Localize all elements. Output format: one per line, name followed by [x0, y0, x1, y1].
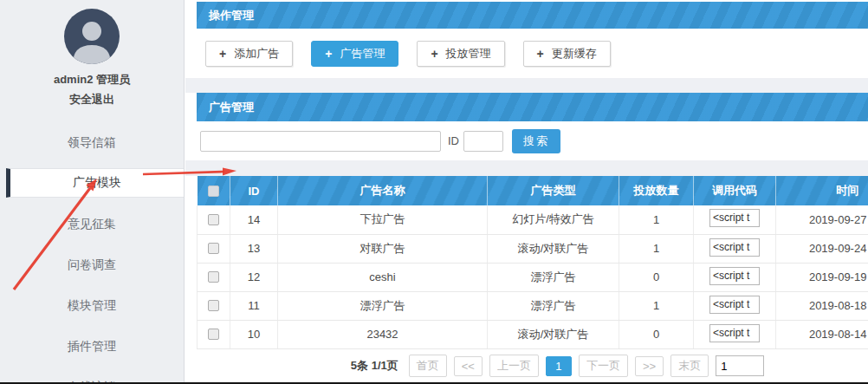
plus-icon: + — [431, 47, 437, 61]
select-all-checkbox[interactable] — [208, 185, 219, 197]
sidebar-item-2[interactable]: 意见征集 — [0, 204, 184, 244]
code-snippet-box[interactable]: <script t — [709, 209, 760, 227]
user-name: admin2 管理员 — [0, 72, 184, 88]
sidebar-item-label: 在线访谈 — [68, 380, 116, 384]
logout-link[interactable]: 安全退出 — [0, 92, 184, 107]
column-header-1: 广告名称 — [278, 176, 488, 205]
fast-prev-button[interactable]: << — [454, 356, 483, 376]
column-header-4: 调用代码 — [694, 176, 776, 205]
cell-time: 2019-09-24 15: — [776, 234, 868, 263]
toolbar-button-1[interactable]: +广告管理 — [311, 41, 398, 67]
select-all-header — [198, 176, 230, 205]
plus-icon: + — [325, 47, 332, 61]
toolbar-button-label: 广告管理 — [340, 46, 385, 62]
row-select-cell — [198, 205, 230, 234]
table-body: 14下拉广告幻灯片/特效广告1<script t2019-09-27 14:13… — [198, 205, 868, 348]
sidebar-item-label: 插件管理 — [68, 339, 116, 355]
cell-count: 1 — [619, 205, 694, 234]
admin-window: admin2 管理员 安全退出 领导信箱广告模块意见征集问卷调查模块管理插件管理… — [0, 0, 868, 384]
main-content: 操作管理 +添加广告+广告管理+投放管理+更新缓存 广告管理 ID 搜索 ID广… — [185, 0, 868, 382]
sidebar-item-5[interactable]: 插件管理 — [0, 326, 184, 367]
row-select-cell — [198, 263, 230, 291]
toolbar-button-label: 添加广告 — [234, 46, 279, 62]
cell-id: 13 — [230, 234, 278, 263]
sidebar: admin2 管理员 安全退出 领导信箱广告模块意见征集问卷调查模块管理插件管理… — [0, 0, 185, 382]
sidebar-item-0[interactable]: 领导信箱 — [0, 122, 184, 163]
row-checkbox[interactable] — [208, 271, 219, 283]
cell-time: 2019-08-18 22: — [776, 291, 868, 320]
column-header-0: ID — [230, 176, 278, 205]
first-page-button[interactable]: 首页 — [409, 355, 447, 377]
toolbar-button-3[interactable]: +更新缓存 — [523, 41, 611, 67]
row-checkbox[interactable] — [208, 300, 219, 311]
row-checkbox[interactable] — [208, 243, 219, 254]
id-input[interactable] — [463, 131, 503, 152]
current-page-button[interactable]: 1 — [546, 356, 572, 376]
cell-code: <script t — [694, 234, 776, 263]
cell-name: 对联广告 — [278, 234, 488, 263]
section-divider — [185, 78, 868, 93]
cell-code: <script t — [694, 291, 776, 320]
toolbar-button-2[interactable]: +投放管理 — [417, 41, 504, 67]
row-select-cell — [198, 291, 230, 320]
sidebar-item-4[interactable]: 模块管理 — [0, 285, 184, 326]
sidebar-item-label: 领导信箱 — [68, 135, 116, 151]
code-snippet-box[interactable]: <script t — [709, 296, 760, 314]
sidebar-item-label: 模块管理 — [68, 298, 116, 314]
sidebar-item-3[interactable]: 问卷调查 — [0, 244, 184, 285]
row-checkbox[interactable] — [208, 329, 219, 340]
table-row: 14下拉广告幻灯片/特效广告1<script t2019-09-27 14: — [198, 205, 868, 234]
cell-code: <script t — [694, 320, 776, 348]
sidebar-item-6[interactable]: 在线访谈 — [0, 367, 184, 384]
toolbar: +添加广告+广告管理+投放管理+更新缓存 — [197, 29, 868, 78]
cell-id: 12 — [230, 263, 278, 291]
cell-time: 2019-09-19 08: — [776, 263, 868, 291]
cell-id: 10 — [230, 320, 278, 348]
toolbar-button-label: 更新缓存 — [552, 46, 597, 62]
plus-icon: + — [537, 47, 544, 61]
code-snippet-box[interactable]: <script t — [709, 238, 760, 257]
cell-count: 1 — [619, 234, 694, 263]
table-row: 1023432滚动/对联广告0<script t2019-08-14 17: — [198, 320, 868, 348]
sidebar-item-label: 意见征集 — [68, 217, 116, 232]
sidebar-item-label: 问卷调查 — [68, 257, 116, 273]
column-header-2: 广告类型 — [488, 176, 619, 205]
row-checkbox[interactable] — [208, 214, 219, 225]
cell-count: 0 — [619, 320, 694, 348]
code-snippet-box[interactable]: <script t — [709, 324, 760, 342]
cell-type: 幻灯片/特效广告 — [488, 205, 619, 234]
column-header-3: 投放数量 — [619, 176, 694, 205]
toolbar-button-label: 投放管理 — [446, 46, 491, 62]
cell-name: 漂浮广告 — [278, 291, 488, 320]
keyword-input[interactable] — [200, 131, 441, 152]
last-page-button[interactable]: 末页 — [670, 355, 709, 377]
operations-panel-title: 操作管理 — [209, 9, 254, 22]
plus-icon: + — [219, 47, 226, 61]
cell-count: 1 — [619, 291, 694, 320]
id-label: ID — [448, 134, 459, 147]
pagination: 5条 1/1页 首页 << 上一页 1 下一页 >> 末页 — [197, 349, 868, 383]
code-snippet-box[interactable]: <script t — [709, 267, 760, 285]
cell-count: 0 — [619, 263, 694, 291]
cell-time: 2019-08-14 17: — [776, 320, 868, 348]
sidebar-item-1[interactable]: 广告模块 — [6, 168, 184, 198]
search-button[interactable]: 搜索 — [512, 129, 560, 153]
operations-panel-header: 操作管理 — [197, 2, 868, 29]
cell-name: ceshi — [278, 263, 488, 291]
prev-page-button[interactable]: 上一页 — [489, 355, 539, 377]
page-jump-input[interactable] — [716, 355, 764, 376]
table-row: 11漂浮广告漂浮广告1<script t2019-08-18 22: — [198, 291, 868, 320]
cell-code: <script t — [694, 263, 776, 291]
next-page-button[interactable]: 下一页 — [579, 355, 628, 377]
column-header-5: 时间 — [776, 176, 868, 205]
pagination-summary: 5条 1/1页 — [351, 358, 398, 374]
search-bar: ID 搜索 — [197, 121, 868, 160]
ad-panel-title: 广告管理 — [209, 101, 254, 114]
table-row: 13对联广告滚动/对联广告1<script t2019-09-24 15: — [198, 234, 868, 263]
cell-id: 14 — [230, 205, 278, 234]
fast-next-button[interactable]: >> — [635, 356, 664, 376]
sidebar-item-label: 广告模块 — [73, 175, 121, 191]
toolbar-button-0[interactable]: +添加广告 — [205, 41, 293, 67]
cell-type: 滚动/对联广告 — [488, 234, 619, 263]
cell-type: 漂浮广告 — [488, 291, 619, 320]
